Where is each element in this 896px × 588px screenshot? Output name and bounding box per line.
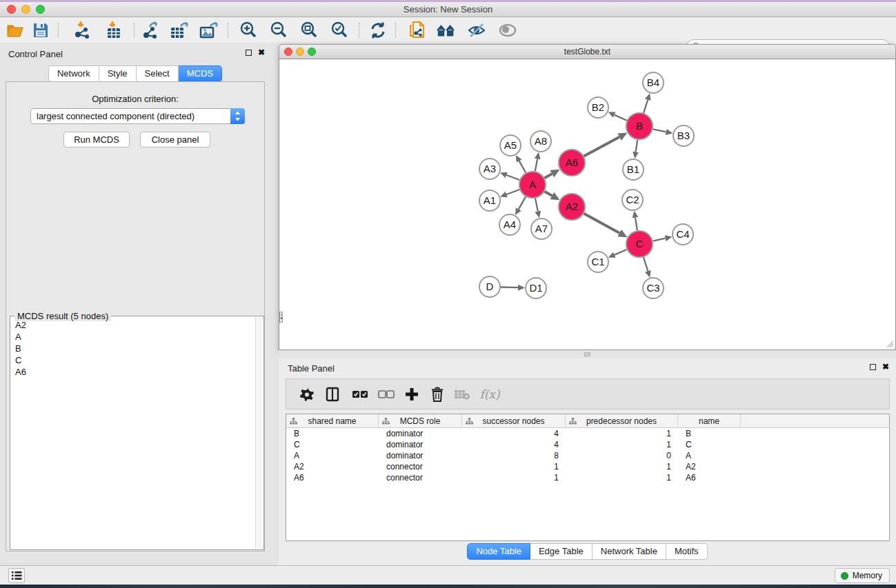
graph-edge-D-D1[interactable] bbox=[501, 287, 518, 287]
column-header-successor-nodes[interactable]: successor nodes bbox=[462, 414, 566, 428]
table-cell[interactable]: B bbox=[286, 428, 379, 439]
graph-edge-A-A1[interactable] bbox=[506, 190, 519, 194]
select-all-rows-icon[interactable] bbox=[350, 385, 370, 404]
graph-node-A4[interactable]: A4 bbox=[499, 214, 520, 235]
tab-network[interactable]: Network bbox=[48, 65, 99, 82]
splitter-handle[interactable] bbox=[584, 352, 590, 356]
export-network-icon[interactable] bbox=[140, 21, 161, 40]
table-cell[interactable]: 1 bbox=[462, 461, 566, 472]
graph-edge-A-A3[interactable] bbox=[506, 175, 519, 180]
table-cell[interactable]: A6 bbox=[678, 472, 741, 483]
graph-edge-A-A2[interactable] bbox=[544, 192, 552, 196]
table-cell[interactable]: C bbox=[286, 439, 379, 450]
table-cell[interactable]: A bbox=[678, 450, 741, 461]
float-panel-icon[interactable] bbox=[246, 50, 252, 56]
table-cell[interactable]: 8 bbox=[462, 450, 566, 461]
table-cell[interactable]: 1 bbox=[566, 439, 678, 450]
tab-motifs[interactable]: Motifs bbox=[666, 543, 708, 560]
export-image-icon[interactable] bbox=[199, 21, 219, 40]
delete-column-trash-icon[interactable] bbox=[428, 385, 447, 404]
graph-edge-A-A6[interactable] bbox=[544, 174, 552, 178]
run-mcds-button[interactable]: Run MCDS bbox=[63, 132, 130, 148]
graph-node-B3[interactable]: B3 bbox=[673, 125, 694, 146]
result-list-item[interactable]: C bbox=[11, 354, 255, 366]
graph-edge-B-B3[interactable] bbox=[653, 129, 666, 132]
table-cell[interactable]: 1 bbox=[566, 428, 678, 439]
result-list-item[interactable]: A6 bbox=[11, 366, 255, 378]
graph-node-A6[interactable]: A6 bbox=[559, 150, 585, 176]
graph-edge-B-B4[interactable] bbox=[644, 100, 648, 113]
network-canvas[interactable]: B4B2BB3A8A5A6A3B1AA1C2A2A4A7C4CC1C3DD1 bbox=[279, 59, 896, 350]
graph-edge-C-C3[interactable] bbox=[644, 257, 648, 271]
table-settings-gear-icon[interactable] bbox=[297, 385, 317, 404]
show-selected-eye-icon[interactable] bbox=[497, 21, 518, 40]
table-row[interactable]: Bdominator41B bbox=[286, 428, 889, 439]
criterion-dropdown[interactable]: largest connected component (directed) bbox=[30, 108, 245, 124]
table-row[interactable]: A2connector11A2 bbox=[286, 461, 889, 472]
tab-edge-table[interactable]: Edge Table bbox=[530, 543, 593, 560]
tab-mcds[interactable]: MCDS bbox=[179, 65, 222, 82]
zoom-fit-icon[interactable] bbox=[299, 21, 319, 40]
canvas-side-grip[interactable] bbox=[279, 312, 283, 323]
network-window-titlebar[interactable]: testGlobe.txt bbox=[279, 44, 896, 59]
table-cell[interactable]: 4 bbox=[462, 439, 566, 450]
float-table-panel-icon[interactable] bbox=[870, 364, 876, 370]
graph-node-D1[interactable]: D1 bbox=[526, 278, 546, 298]
table-row[interactable]: Cdominator41C bbox=[286, 439, 889, 450]
save-session-icon[interactable] bbox=[30, 21, 51, 40]
zoom-out-icon[interactable] bbox=[268, 21, 289, 40]
graph-node-C[interactable]: C bbox=[626, 231, 653, 257]
table-cell[interactable]: dominator bbox=[379, 428, 462, 439]
add-column-icon[interactable] bbox=[402, 385, 421, 404]
graph-node-C4[interactable]: C4 bbox=[673, 224, 693, 245]
table-row[interactable]: Adominator80A bbox=[286, 450, 889, 461]
graph-node-B[interactable]: B bbox=[626, 113, 653, 139]
table-cell[interactable]: A6 bbox=[286, 472, 379, 483]
table-cell[interactable]: dominator bbox=[379, 450, 462, 461]
close-panel-icon[interactable]: ✖ bbox=[258, 49, 265, 56]
table-cell[interactable]: B bbox=[678, 428, 741, 439]
graph-node-A[interactable]: A bbox=[519, 172, 546, 198]
graph-node-A7[interactable]: A7 bbox=[531, 219, 552, 239]
table-cell[interactable]: connector bbox=[379, 461, 462, 472]
graph-node-A1[interactable]: A1 bbox=[479, 190, 500, 211]
graph-node-C1[interactable]: C1 bbox=[588, 252, 608, 272]
task-history-list-icon[interactable] bbox=[8, 568, 25, 583]
table-cell[interactable]: dominator bbox=[379, 439, 462, 450]
tab-node-table[interactable]: Node Table bbox=[467, 543, 530, 560]
table-cell[interactable]: A2 bbox=[678, 461, 741, 472]
graph-edge-B-B1[interactable] bbox=[636, 140, 637, 152]
graph-node-B1[interactable]: B1 bbox=[623, 159, 644, 180]
tab-network-table[interactable]: Network Table bbox=[593, 543, 666, 560]
graph-edge-A-A7[interactable] bbox=[535, 199, 538, 212]
column-header-name[interactable]: name bbox=[678, 414, 741, 428]
graph-edge-C-C4[interactable] bbox=[653, 239, 666, 241]
table-cell[interactable]: C bbox=[678, 439, 741, 450]
graph-node-B2[interactable]: B2 bbox=[588, 97, 608, 118]
graph-node-C3[interactable]: C3 bbox=[643, 278, 664, 298]
import-table-icon[interactable] bbox=[103, 21, 124, 40]
table-cell[interactable]: 1 bbox=[566, 472, 678, 483]
graph-node-A5[interactable]: A5 bbox=[500, 135, 521, 156]
show-all-networks-icon[interactable] bbox=[436, 21, 457, 40]
table-cell[interactable]: A bbox=[286, 450, 379, 461]
result-list-item[interactable]: A2 bbox=[11, 319, 255, 331]
graph-edge-A-A4[interactable] bbox=[519, 196, 526, 209]
zoom-selected-icon[interactable] bbox=[329, 21, 350, 40]
open-file-icon[interactable] bbox=[6, 21, 26, 40]
graph-edge-A6-B[interactable] bbox=[584, 137, 619, 156]
graph-edge-A-A5[interactable] bbox=[519, 161, 526, 173]
hide-selected-eye-icon[interactable] bbox=[466, 21, 487, 40]
graph-node-B4[interactable]: B4 bbox=[643, 72, 664, 93]
table-cell[interactable]: A2 bbox=[286, 461, 379, 472]
table-cell[interactable]: connector bbox=[379, 472, 462, 483]
graph-edge-C-C1[interactable] bbox=[615, 250, 627, 255]
graph-edge-B-B2[interactable] bbox=[615, 115, 627, 121]
import-network-icon[interactable] bbox=[72, 21, 92, 40]
close-table-panel-icon[interactable]: ✖ bbox=[882, 363, 889, 370]
resize-grip-icon[interactable] bbox=[884, 338, 894, 348]
column-header-predecessor-nodes[interactable]: predecessor nodes bbox=[566, 414, 678, 428]
graph-node-D[interactable]: D bbox=[479, 276, 500, 297]
table-cell[interactable]: 0 bbox=[566, 450, 678, 461]
zoom-in-icon[interactable] bbox=[238, 21, 259, 40]
